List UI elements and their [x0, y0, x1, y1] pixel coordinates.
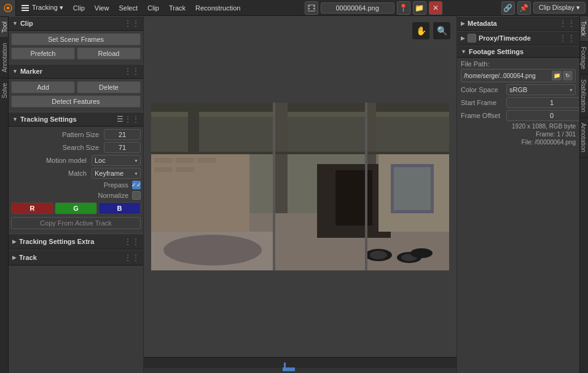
color-space-row: Color Space sRGB Linear [461, 84, 576, 95]
marker-pin-icon[interactable]: 📍 [397, 1, 410, 15]
editor-type-dropdown[interactable]: Tracking ▾ [16, 0, 68, 16]
pattern-size-input[interactable] [104, 129, 141, 140]
detect-features-button[interactable]: Detect Features [11, 95, 141, 108]
match-select[interactable]: Keyframe Previous [92, 168, 141, 179]
start-frame-input[interactable] [506, 97, 579, 108]
right-tab-footage[interactable]: Footage [580, 42, 588, 75]
svg-rect-29 [176, 158, 194, 163]
color-space-select[interactable]: sRGB Linear [506, 84, 576, 95]
copy-from-active-track-button: Copy From Active Track [11, 217, 141, 229]
reload-file-button[interactable]: ↻ [563, 71, 573, 80]
svg-point-19 [163, 235, 262, 265]
clip-menu2[interactable]: Clip [143, 0, 164, 16]
search-size-input[interactable] [104, 142, 141, 153]
proxy-timecode-section-header[interactable]: ▶ Proxy/Timecode ⋮⋮ [457, 31, 579, 45]
svg-rect-3 [22, 7, 29, 9]
proxy-enabled-checkbox[interactable] [468, 34, 476, 42]
frame-offset-input[interactable] [506, 110, 579, 121]
menubar: Tracking ▾ Clip View Select Clip Track R… [0, 0, 588, 16]
reload-button[interactable]: Reload [77, 47, 141, 60]
normalize-checkbox[interactable] [132, 191, 141, 200]
view-menu[interactable]: View [90, 0, 114, 16]
blender-logo[interactable] [0, 0, 16, 16]
reconstruction-menu[interactable]: Reconstruction [190, 0, 245, 16]
tracking-settings-extra-section-header[interactable]: ▶ Tracking Settings Extra ⋮⋮ [9, 234, 143, 249]
match-row: Match Keyframe Previous [11, 168, 141, 179]
main-area: Tool Annotation Solve ▼ Clip ⋮⋮ Set Scen… [0, 16, 588, 373]
file-path-value: /home/serge/..000064.png [464, 73, 551, 79]
search-size-label: Search Size [11, 144, 101, 151]
frame-info: Frame: 1 / 301 [461, 131, 576, 138]
g-channel-button[interactable]: G [55, 202, 97, 214]
footage-settings-arrow-icon: ▼ [461, 49, 466, 55]
link-icon[interactable]: 🔗 [501, 1, 515, 15]
svg-rect-30 [197, 158, 216, 163]
motion-model-select[interactable]: Loc Affine Perspective [92, 155, 141, 166]
prefetch-button[interactable]: Prefetch [11, 47, 75, 60]
match-label: Match [11, 170, 89, 177]
tracking-settings-arrow-icon: ▼ [12, 116, 18, 122]
file-path-row: File Path: /home/serge/..000064.png 📁 ↻ [461, 60, 576, 82]
left-tab-annotation[interactable]: Annotation [0, 37, 8, 77]
set-scene-frames-button[interactable]: Set Scene Frames [11, 33, 141, 45]
viewport-image [151, 103, 449, 270]
rgb-row: R G B [11, 202, 141, 214]
left-panel: ▼ Clip ⋮⋮ Set Scene Frames Prefetch Relo… [9, 16, 144, 373]
zoom-tool-icon[interactable]: 🔍 [433, 22, 450, 39]
search-size-row: Search Size [11, 142, 141, 153]
color-space-select-wrapper: sRGB Linear [506, 84, 576, 95]
timeline-track [144, 368, 457, 373]
tracking-settings-section-header[interactable]: ▼ Tracking Settings ☰ ⋮⋮ [9, 112, 143, 127]
r-channel-button[interactable]: R [11, 202, 53, 214]
clip-display-dropdown[interactable]: Clip Display ▾ [533, 2, 586, 14]
add-button[interactable]: Add [11, 81, 75, 93]
tracking-settings-dots-icon: ⋮⋮ [123, 114, 139, 124]
svg-point-1 [6, 6, 9, 9]
start-frame-label: Start Frame [461, 99, 504, 106]
left-tab-tool[interactable]: Tool [0, 16, 8, 37]
proxy-arrow-icon: ▶ [461, 35, 465, 41]
delete-button[interactable]: Delete [77, 81, 141, 93]
prepass-checkbox[interactable]: ✓ [132, 181, 141, 189]
metadata-arrow-icon: ▶ [461, 20, 465, 26]
right-tabs: Track Footage Stabilization Annotation [579, 16, 588, 373]
frame-offset-row: Frame Offset [461, 110, 576, 121]
color-space-label: Color Space [461, 86, 504, 93]
svg-rect-37 [273, 103, 275, 270]
svg-rect-32 [176, 167, 194, 172]
film-icon[interactable] [305, 1, 318, 15]
track-menu[interactable]: Track [164, 0, 190, 16]
pin-icon[interactable]: 📌 [517, 1, 531, 15]
pattern-size-row: Pattern Size [11, 129, 141, 140]
right-tab-stabilization[interactable]: Stabilization [580, 74, 588, 118]
close-icon[interactable]: ✕ [429, 1, 442, 15]
right-tab-track[interactable]: Track [580, 16, 588, 42]
b-channel-button[interactable]: B [98, 202, 141, 214]
hand-tool-icon[interactable]: ✋ [412, 22, 429, 39]
prepass-label: Prepass [104, 181, 128, 189]
right-tab-annotation[interactable]: Annotation [580, 118, 588, 158]
viewport[interactable]: ✋ 🔍 [144, 16, 457, 357]
resolution-info: 1920 x 1088, RGB byte [461, 123, 576, 130]
left-tab-solve[interactable]: Solve [0, 77, 8, 103]
browse-file-button[interactable]: 📁 [552, 71, 562, 80]
svg-rect-28 [154, 158, 173, 163]
tracking-settings-list-icon[interactable]: ☰ [117, 115, 123, 124]
normalize-row: Normalize [11, 191, 141, 200]
tracking-extra-dots-icon: ⋮⋮ [123, 237, 139, 246]
track-section-header[interactable]: ▶ Track ⋮⋮ [9, 249, 143, 265]
file-path-label: File Path: [461, 60, 576, 68]
clip-section-header[interactable]: ▼ Clip ⋮⋮ [9, 16, 143, 31]
clip-menu[interactable]: Clip [68, 0, 90, 16]
tracking-settings-content: Pattern Size Search Size Motion model Lo… [9, 127, 143, 234]
file-info: File: /00000064.png [461, 139, 576, 146]
folder-icon[interactable]: 📁 [413, 1, 426, 15]
select-menu[interactable]: Select [114, 0, 143, 16]
file-path-display: /home/serge/..000064.png 📁 ↻ [461, 69, 576, 82]
marker-content: Add Delete Detect Features [9, 79, 143, 112]
marker-section-header[interactable]: ▼ Marker ⋮⋮ [9, 64, 143, 79]
timeline[interactable] [144, 357, 457, 373]
footage-settings-section-header[interactable]: ▼ Footage Settings [457, 45, 579, 58]
metadata-section-header[interactable]: ▶ Metadata ⋮⋮ [457, 16, 579, 31]
tracking-extra-arrow-icon: ▶ [12, 238, 17, 245]
